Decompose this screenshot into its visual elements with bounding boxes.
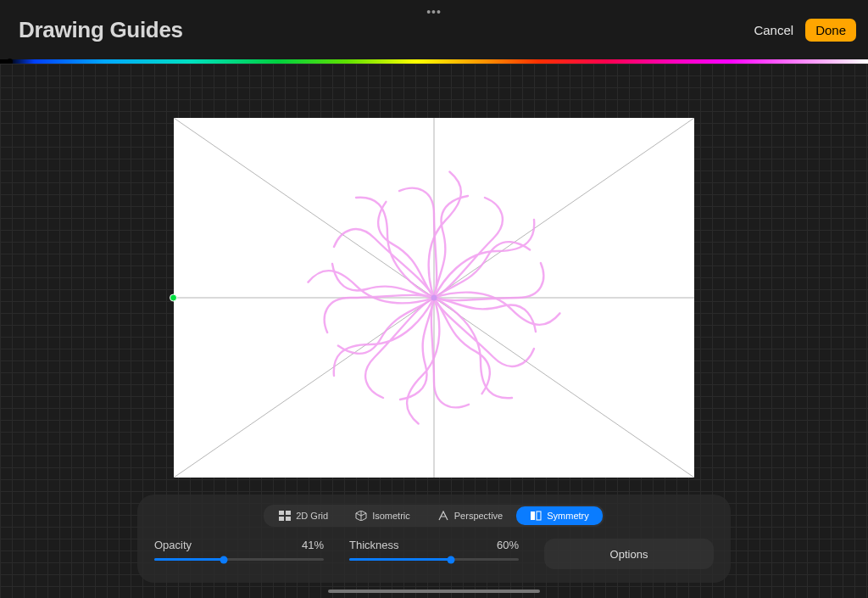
opacity-slider-group: Opacity 41% — [154, 539, 324, 561]
svg-rect-9 — [537, 511, 541, 520]
canvas-area: 2D Grid Isometric Perspective — [0, 64, 868, 598]
thickness-value: 60% — [497, 539, 519, 551]
guide-type-segmented-control: 2D Grid Isometric Perspective — [264, 505, 604, 527]
canvas-svg — [174, 118, 694, 478]
header-actions: Cancel Done — [754, 19, 856, 42]
thickness-slider-group: Thickness 60% — [349, 539, 519, 561]
cancel-button[interactable]: Cancel — [754, 23, 793, 37]
opacity-label: Opacity — [154, 539, 192, 551]
canvas[interactable] — [174, 118, 694, 478]
svg-rect-4 — [279, 511, 284, 515]
page-title: Drawing Guides — [19, 17, 183, 43]
segment-label: 2D Grid — [296, 511, 328, 521]
segment-label: Perspective — [454, 511, 503, 521]
segment-perspective[interactable]: Perspective — [424, 506, 516, 525]
segment-symmetry[interactable]: Symmetry — [516, 506, 603, 525]
thickness-label: Thickness — [349, 539, 399, 551]
cube-icon — [355, 511, 367, 521]
sliders-row: Opacity 41% Thickness 60% — [154, 539, 714, 569]
svg-rect-6 — [279, 517, 284, 521]
done-button[interactable]: Done — [805, 19, 856, 42]
options-button[interactable]: Options — [544, 539, 714, 569]
segment-label: Symmetry — [547, 511, 589, 521]
home-indicator[interactable] — [328, 590, 540, 593]
svg-rect-8 — [531, 511, 535, 520]
symmetry-icon — [530, 511, 542, 521]
guide-edge-handle[interactable] — [170, 294, 177, 302]
opacity-slider[interactable] — [154, 558, 324, 561]
opacity-value: 41% — [302, 539, 324, 551]
segment-isometric[interactable]: Isometric — [342, 506, 424, 525]
more-icon[interactable]: ••• — [426, 5, 442, 19]
perspective-icon — [437, 511, 449, 521]
segment-label: Isometric — [372, 511, 410, 521]
controls-panel: 2D Grid Isometric Perspective — [137, 495, 731, 583]
svg-rect-5 — [286, 511, 291, 515]
segment-2d-grid[interactable]: 2D Grid — [265, 506, 342, 525]
grid-icon — [279, 511, 291, 521]
thickness-slider[interactable] — [349, 558, 519, 561]
svg-rect-7 — [286, 517, 291, 521]
